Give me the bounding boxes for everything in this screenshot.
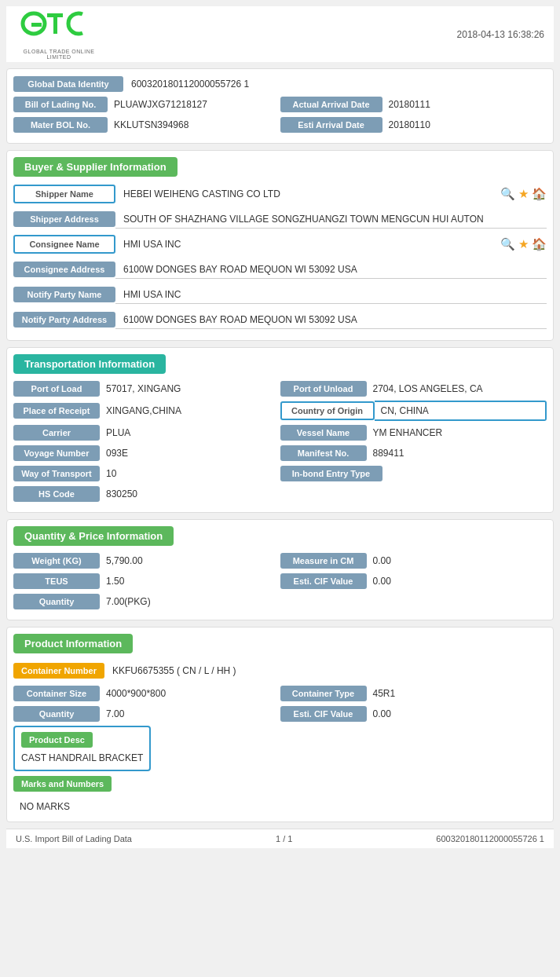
teus-row: TEUS 1.50 Esti. CIF Value 0.00 <box>13 573 547 590</box>
notify-party-name-row: Notify Party Name HMI USA INC <box>13 284 547 306</box>
mater-bol-label: Mater BOL No. <box>13 117 108 133</box>
qty-price-quantity-row: Quantity 7.00(PKG) <box>13 593 547 610</box>
mater-bol-left: Mater BOL No. KKLUTSN394968 <box>13 116 280 134</box>
star-icon[interactable]: ★ <box>518 187 529 201</box>
port-load-label: Port of Load <box>13 381 100 397</box>
weight-label: Weight (KG) <box>13 553 100 569</box>
port-load-left: Port of Load 57017, XINGANG <box>13 380 280 397</box>
home-icon-2[interactable]: 🏠 <box>532 237 547 251</box>
logo-text <box>20 9 98 49</box>
container-number-label: Container Number <box>13 663 104 679</box>
voyage-label: Voyage Number <box>13 445 100 461</box>
hs-code-row: HS Code 830250 <box>13 485 547 503</box>
esti-arrival-value: 20180110 <box>382 116 547 134</box>
place-receipt-left: Place of Receipt XINGANG,CHINA <box>13 402 280 419</box>
svg-rect-1 <box>31 23 42 27</box>
consignee-icons: 🔍 ★ 🏠 <box>500 237 547 251</box>
footer: U.S. Import Bill of Lading Data 1 / 1 60… <box>6 829 554 848</box>
notify-party-name-value: HMI USA INC <box>115 286 547 304</box>
global-data-label: Global Data Identity <box>13 76 123 92</box>
mater-bol-row: Mater BOL No. KKLUTSN394968 Esti Arrival… <box>13 116 547 134</box>
qty-price-quantity-label: Quantity <box>13 594 100 609</box>
country-origin-label: Country of Origin <box>280 401 375 420</box>
container-number-row: Container Number KKFU6675355 ( CN / L / … <box>13 660 547 682</box>
inbond-value <box>382 470 547 477</box>
timestamp: 2018-04-13 16:38:26 <box>457 29 544 40</box>
header: GLOBAL TRADE ONLINE LIMITED 2018-04-13 1… <box>6 6 554 62</box>
arrival-date-right: Actual Arrival Date 20180111 <box>280 96 547 113</box>
measure-value: 0.00 <box>367 552 547 569</box>
qty-price-quantity-value: 7.00(PKG) <box>100 593 547 610</box>
footer-left: U.S. Import Bill of Lading Data <box>16 834 132 843</box>
arrival-date-label: Actual Arrival Date <box>280 97 382 112</box>
transportation-header: Transportation Information <box>13 354 166 374</box>
teus-label: TEUS <box>13 573 100 589</box>
place-receipt-row: Place of Receipt XINGANG,CHINA Country o… <box>13 401 547 421</box>
marks-value: NO MARKS <box>13 798 547 815</box>
footer-right: 600320180112000055726 1 <box>436 834 544 843</box>
carrier-left: Carrier PLUA <box>13 424 280 441</box>
carrier-value: PLUA <box>100 424 280 441</box>
carrier-label: Carrier <box>13 425 100 441</box>
shipper-name-value: HEBEI WEIHENG CASTING CO LTD <box>115 185 496 203</box>
consignee-name-value: HMI USA INC <box>115 236 496 253</box>
voyage-row: Voyage Number 093E Manifest No. 889411 <box>13 445 547 462</box>
hs-code-label: HS Code <box>13 486 100 502</box>
place-receipt-value: XINGANG,CHINA <box>100 402 280 419</box>
voyage-left: Voyage Number 093E <box>13 445 280 462</box>
weight-row: Weight (KG) 5,790.00 Measure in CM 0.00 <box>13 552 547 569</box>
vessel-right: Vessel Name YM ENHANCER <box>280 424 547 441</box>
weight-left: Weight (KG) 5,790.00 <box>13 552 280 569</box>
product-esti-right: Esti. CIF Value 0.00 <box>280 705 547 723</box>
bol-left: Bill of Lading No. PLUAWJXG71218127 <box>13 96 280 113</box>
manifest-value: 889411 <box>367 445 547 462</box>
container-size-row: Container Size 4000*900*800 Container Ty… <box>13 685 547 702</box>
voyage-value: 093E <box>100 445 280 462</box>
measure-right: Measure in CM 0.00 <box>280 552 547 569</box>
consignee-address-row: Consignee Address 6100W DONGES BAY ROAD … <box>13 258 547 280</box>
teus-value: 1.50 <box>100 573 280 590</box>
shipper-name-label: Shipper Name <box>13 185 115 203</box>
buyer-supplier-card: Buyer & Supplier Information Shipper Nam… <box>6 150 554 341</box>
search-icon-2[interactable]: 🔍 <box>500 237 515 251</box>
search-icon[interactable]: 🔍 <box>500 187 515 201</box>
way-transport-value: 10 <box>100 465 280 482</box>
esti-cif-label: Esti. CIF Value <box>280 573 367 589</box>
notify-party-name-label: Notify Party Name <box>13 287 115 302</box>
quantity-price-card: Quantity & Price Information Weight (KG)… <box>6 519 554 620</box>
teus-left: TEUS 1.50 <box>13 573 280 590</box>
footer-center: 1 / 1 <box>276 834 292 843</box>
star-icon-2[interactable]: ★ <box>518 237 529 251</box>
hs-code-value: 830250 <box>100 485 547 503</box>
product-qty-label: Quantity <box>13 706 100 722</box>
country-origin-right: Country of Origin CN, CHINA <box>280 401 547 421</box>
global-data-value: 600320180112000055726 1 <box>123 75 257 93</box>
home-icon[interactable]: 🏠 <box>532 187 547 201</box>
product-esti-value: 0.00 <box>367 705 547 723</box>
bill-of-lading-row: Bill of Lading No. PLUAWJXG71218127 Actu… <box>13 96 547 113</box>
esti-arrival-label: Esti Arrival Date <box>280 117 382 133</box>
consignee-name-row: Consignee Name HMI USA INC 🔍 ★ 🏠 <box>13 233 547 255</box>
vessel-value: YM ENHANCER <box>367 424 547 441</box>
port-of-load-row: Port of Load 57017, XINGANG Port of Unlo… <box>13 380 547 397</box>
logo-area: GLOBAL TRADE ONLINE LIMITED <box>16 13 102 56</box>
weight-value: 5,790.00 <box>100 552 280 569</box>
way-transport-row: Way of Transport 10 In-bond Entry Type <box>13 465 547 482</box>
product-qty-row: Quantity 7.00 Esti. CIF Value 0.00 <box>13 705 547 723</box>
vessel-label: Vessel Name <box>280 425 367 441</box>
notify-party-address-value: 6100W DONGES BAY ROAD MEQUON WI 53092 US… <box>115 311 547 329</box>
consignee-address-label: Consignee Address <box>13 262 115 277</box>
shipper-address-label: Shipper Address <box>13 211 115 227</box>
product-desc-label: Product Desc <box>21 732 93 748</box>
esti-cif-value: 0.00 <box>367 573 547 590</box>
logo: GLOBAL TRADE ONLINE LIMITED <box>16 13 102 56</box>
bol-label: Bill of Lading No. <box>13 97 108 112</box>
container-type-label: Container Type <box>280 686 367 701</box>
inbond-right: In-bond Entry Type <box>280 466 547 481</box>
container-size-value: 4000*900*800 <box>100 685 280 702</box>
container-type-value: 45R1 <box>367 685 547 702</box>
carrier-row: Carrier PLUA Vessel Name YM ENHANCER <box>13 424 547 441</box>
global-data-row: Global Data Identity 6003201801120000557… <box>13 75 547 93</box>
notify-party-address-label: Notify Party Address <box>13 312 115 327</box>
place-receipt-label: Place of Receipt <box>13 403 100 419</box>
